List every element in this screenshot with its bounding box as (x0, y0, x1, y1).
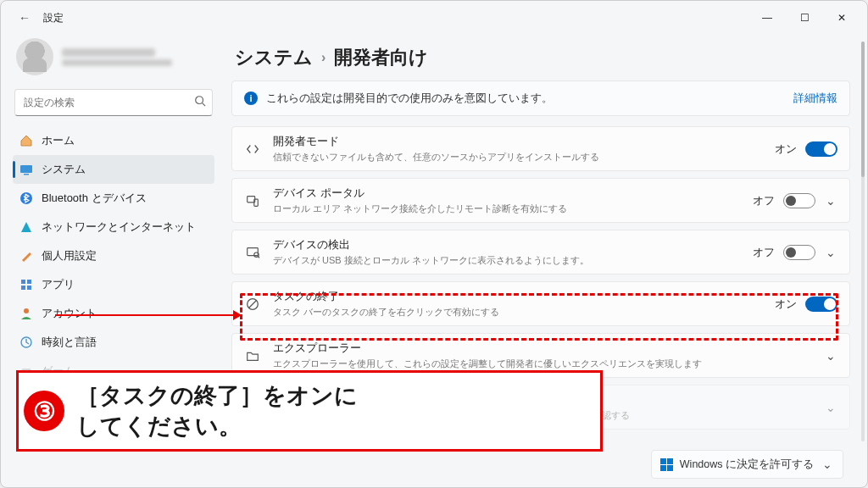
minimize-button[interactable]: — (748, 5, 786, 30)
chevron-down-icon[interactable]: ⌄ (824, 401, 837, 414)
svg-rect-6 (27, 280, 31, 284)
sidebar-item-accounts[interactable]: アカウント (13, 299, 214, 328)
svg-point-0 (196, 97, 203, 104)
toggle-device-discovery[interactable] (783, 245, 815, 260)
search-input[interactable] (14, 89, 213, 116)
svg-rect-15 (248, 247, 259, 255)
search-icon (194, 95, 206, 110)
device-portal-icon (244, 193, 261, 208)
chevron-down-icon: ⌄ (821, 458, 834, 471)
device-discovery-icon (244, 245, 261, 260)
toggle-device-portal[interactable] (783, 193, 815, 208)
setting-developer-mode[interactable]: 開発者モード 信頼できないファイルも含めて、任意のソースからアプリをインストール… (231, 126, 850, 171)
personalization-icon (19, 249, 33, 263)
setting-desc: 信頼できないファイルも含めて、任意のソースからアプリをインストールする (273, 151, 763, 164)
chevron-down-icon[interactable]: ⌄ (824, 246, 837, 259)
svg-rect-8 (27, 286, 31, 290)
user-profile[interactable] (13, 35, 214, 84)
sidebar-item-time-language[interactable]: 時刻と言語 (13, 328, 214, 357)
setting-desc: エクスプローラーを使用して、これらの設定を調整して開発者に優しいエクスペリエンス… (273, 358, 812, 370)
sidebar-item-apps[interactable]: アプリ (13, 270, 214, 299)
user-name-blurred (62, 48, 172, 66)
svg-line-1 (203, 103, 206, 107)
svg-rect-5 (21, 280, 25, 284)
toggle-end-task[interactable] (805, 297, 837, 312)
system-icon (19, 163, 33, 176)
sidebar-item-network[interactable]: ネットワークとインターネット (13, 213, 214, 241)
svg-rect-3 (24, 174, 29, 175)
svg-rect-2 (20, 165, 32, 173)
toggle-state: オフ (753, 245, 775, 260)
sidebar-item-label: 時刻と言語 (42, 335, 97, 350)
maximize-button[interactable]: ☐ (786, 5, 823, 30)
toggle-state: オフ (753, 193, 775, 208)
toggle-developer-mode[interactable] (805, 141, 837, 157)
bluetooth-icon (19, 191, 33, 205)
sidebar-item-label: ホーム (42, 133, 75, 148)
setting-title: 開発者モード (273, 134, 763, 149)
close-button[interactable]: ✕ (823, 5, 860, 30)
setting-title: エクスプローラー (273, 341, 812, 356)
breadcrumb: システム › 開発者向け (231, 43, 850, 80)
network-icon (19, 220, 33, 234)
sidebar-item-home[interactable]: ホーム (13, 126, 214, 155)
annotation-step-number: ③ (24, 391, 64, 431)
setting-desc: デバイスが USB 接続とローカル ネットワークに表示されるようにします。 (273, 254, 741, 267)
breadcrumb-developers: 開発者向け (334, 45, 428, 70)
sidebar-item-system[interactable]: システム (13, 155, 214, 184)
chevron-down-icon[interactable]: ⌄ (824, 194, 837, 208)
sidebar-item-label: Bluetooth とデバイス (42, 191, 147, 206)
chevron-down-icon[interactable]: ⌄ (824, 349, 837, 363)
end-task-icon (244, 297, 261, 312)
setting-device-discovery[interactable]: デバイスの検出 デバイスが USB 接続とローカル ネットワークに表示されるよう… (231, 230, 850, 274)
svg-rect-7 (21, 286, 25, 290)
time-language-icon (19, 336, 33, 349)
breadcrumb-system[interactable]: システム (235, 45, 313, 70)
windows-logo-icon (660, 458, 673, 471)
setting-desc: タスク バーのタスクの終了を右クリックで有効にする (273, 306, 763, 319)
setting-end-task[interactable]: タスクの終了 タスク バーのタスクの終了を右クリックで有効にする オン (231, 281, 850, 326)
setting-device-portal[interactable]: デバイス ポータル ローカル エリア ネットワーク接続を介したリモート診断を有効… (231, 178, 850, 223)
chevron-right-icon: › (321, 50, 326, 65)
setting-desc: ローカル エリア ネットワーク接続を介したリモート診断を有効にする (273, 202, 741, 215)
svg-point-9 (24, 308, 29, 313)
back-button[interactable]: ← (13, 6, 36, 30)
home-icon (19, 134, 33, 147)
annotation-text: ［タスクの終了］をオンに してください。 (76, 380, 358, 442)
sidebar-item-label: システム (42, 162, 86, 177)
sidebar-item-label: アカウント (42, 306, 97, 321)
info-banner: i これらの設定は開発目的での使用のみを意図しています。 詳細情報 (231, 80, 850, 116)
setting-title: デバイスの検出 (273, 237, 741, 252)
footer-btn-label: Windows に決定を許可する (680, 458, 814, 472)
setting-title: デバイス ポータル (273, 186, 741, 201)
sidebar-item-label: 個人用設定 (42, 248, 97, 263)
sidebar-item-personalization[interactable]: 個人用設定 (13, 241, 214, 270)
window-title: 設定 (43, 11, 64, 25)
svg-line-17 (258, 256, 259, 258)
setting-title: タスクの終了 (273, 289, 763, 304)
sidebar-item-label: ネットワークとインターネット (42, 219, 196, 235)
scrollbar[interactable] (861, 42, 865, 441)
toggle-state: オン (775, 141, 797, 157)
info-icon: i (244, 92, 258, 105)
learn-more-link[interactable]: 詳細情報 (793, 92, 837, 106)
sidebar-item-bluetooth[interactable]: Bluetooth とデバイス (13, 184, 214, 213)
avatar (16, 38, 53, 75)
toggle-state: オン (775, 297, 797, 312)
code-icon (244, 141, 261, 157)
sidebar-item-label: アプリ (42, 277, 75, 292)
svg-line-19 (249, 300, 257, 308)
accounts-icon (19, 307, 33, 320)
explorer-icon (244, 348, 261, 363)
info-text: これらの設定は開発目的での使用のみを意図しています。 (266, 92, 553, 106)
apps-icon (19, 278, 33, 291)
annotation-banner: ③ ［タスクの終了］をオンに してください。 (16, 370, 603, 452)
windows-decide-button[interactable]: Windows に決定を許可する ⌄ (651, 450, 843, 479)
